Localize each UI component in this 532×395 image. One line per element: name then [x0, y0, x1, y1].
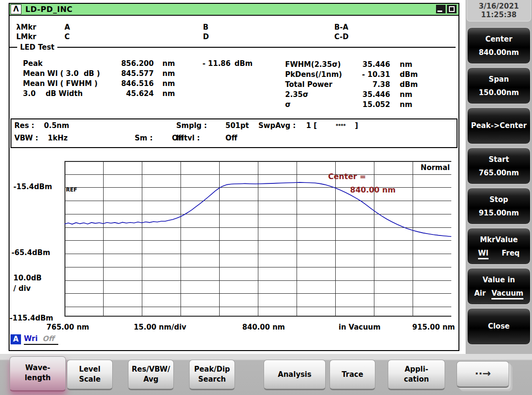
measurement-row-fwhm-2-35: FWHM(2.35σ)35.446nm [285, 60, 412, 70]
center-annotation-line1: Center = [328, 172, 366, 181]
menu-button-wave-length[interactable]: Wave-length [10, 356, 66, 392]
vbw-label: VBW : [14, 134, 38, 142]
restore-icon [449, 6, 455, 12]
measurement-unit: nm [390, 100, 412, 110]
softkey-label: Start [468, 155, 530, 164]
measurement-value: 45.624 [111, 89, 154, 99]
softkey-label: Span [468, 75, 530, 84]
separator-line [57, 47, 456, 48]
measurement-row-: σ15.052nm [285, 100, 412, 110]
marker-b-minus-a: B-A [334, 23, 348, 32]
measurement-unit: nm [154, 69, 181, 79]
menu-button-line1: Analysis [264, 370, 325, 379]
swpavg-bracket-close: ] [355, 121, 358, 130]
trace-a-badge: A [11, 334, 21, 344]
menu-button-appli-cation[interactable]: Appli-cation [388, 360, 445, 390]
softkey-peak-center[interactable]: Peak->Center [467, 107, 531, 144]
measurement-value: 35.446 [357, 60, 390, 70]
measurement-label: Mean Wl ( FWHM ) [23, 79, 111, 89]
softkey-label: MkrValue [468, 235, 530, 244]
measurement-label: σ [285, 100, 357, 110]
y-axis-scale-label-line2: / div [13, 284, 31, 293]
menu-button-line1: Level [67, 365, 112, 374]
restore-button[interactable] [447, 5, 457, 13]
menu-button-line1: Wave- [10, 363, 65, 372]
wavelength-marker-label: λMkr [16, 23, 36, 32]
bottom-menu-bar: Wave-lengthLevelScaleRes/VBW/AvgPeak/Dip… [0, 354, 532, 395]
softkey-label: Value in [468, 276, 530, 284]
measurement-row-2-35: 2.35σ35.446nm [285, 90, 412, 100]
screen: { "titlebar": { "logo": "Λ", "title": "L… [0, 0, 532, 395]
intvl-label: Intvl : [176, 134, 200, 142]
softkey-option-air[interactable]: Air [474, 289, 486, 299]
measurement-value: 846.516 [111, 79, 154, 89]
marker-c: C [64, 32, 70, 41]
measurement-unit: nm [390, 60, 412, 70]
measurement-unit: nm [154, 89, 181, 99]
sweep-settings-box: Res : 0.5nm Smplg : 501pt SwpAvg : 1 [ *… [11, 118, 458, 148]
y-axis-mid-label: -65.4dBm [11, 248, 50, 257]
minimize-button[interactable] [436, 5, 446, 13]
marker-c-minus-d: C-D [334, 32, 349, 41]
measurement-unit: nm [154, 59, 181, 69]
softkey-start[interactable]: Start765.00nm [467, 148, 531, 184]
softkey-option-wl[interactable]: Wl [478, 249, 489, 259]
softkey-panel: 3/16/2021 11:25:38 Center840.00nmSpan150… [466, 0, 532, 354]
menu-button-line2: cation [388, 375, 445, 384]
x-axis-per-div-label: 15.00 nm/div [134, 323, 186, 331]
softkey-close[interactable]: Close [467, 308, 531, 345]
softkey-value: 765.00nm [468, 169, 530, 177]
measurement-value: 15.052 [357, 100, 390, 110]
measurement-row-3-0-db-width: 3.0 dB Width45.624nm [23, 89, 181, 99]
menu-button-line2: Scale [67, 375, 112, 384]
trace-status: A Wri Off [11, 334, 58, 345]
measurement-value: 7.38 [357, 80, 390, 90]
menu-button-peak-dip-search[interactable]: Peak/DipSearch [189, 360, 235, 390]
instrument-window: Λ LD-PD_INC λMkr A B B-A LMkr C D C-D LE… [9, 3, 459, 351]
minimize-icon [437, 11, 442, 12]
softkey-stop[interactable]: Stop915.00nm [467, 188, 531, 224]
marker-d: D [203, 32, 209, 41]
menu-button-analysis[interactable]: Analysis [264, 360, 326, 390]
measurement-extra-unit: dBm [231, 59, 253, 69]
measurement-label: Mean Wl ( 3.0 dB ) [23, 69, 111, 79]
measurement-label: 2.35σ [285, 90, 357, 100]
x-axis-start-label: 765.00 nm [46, 323, 89, 331]
menu-button-line2: Avg [128, 375, 173, 384]
measurement-extra-value: - 11.86 [181, 59, 231, 69]
measurement-value: 35.446 [357, 90, 390, 100]
softkey-center[interactable]: Center840.00nm [467, 27, 531, 64]
sm-label: Sm : [135, 134, 153, 142]
ref-level-marker: REF [66, 187, 77, 193]
softkey-option-freq[interactable]: Freq [501, 249, 520, 259]
menu-button-level-scale[interactable]: LevelScale [67, 360, 113, 390]
time-text: 11:25:38 [467, 11, 531, 19]
softkey-mkrvalue[interactable]: MkrValueWlFreq [467, 228, 531, 265]
measurement-unit: dBm [390, 70, 418, 80]
softkey-value: 840.00nm [468, 48, 530, 57]
swpavg-label: SwpAvg : [258, 121, 296, 130]
x-axis-medium-label: in Vacuum [339, 323, 381, 331]
measurement-row-pkdens-1nm: PkDens(/1nm)- 10.31dBm [285, 70, 418, 80]
softkey-option-vacuum[interactable]: Vacuum [491, 289, 523, 299]
softkey-value-in[interactable]: Value inAirVacuum [467, 268, 531, 305]
measurement-unit: nm [154, 79, 181, 89]
res-label: Res : [14, 121, 34, 130]
softkey-span[interactable]: Span150.00nm [467, 67, 531, 104]
menu-button-res-vbw-avg[interactable]: Res/VBW/Avg [128, 360, 174, 390]
trace-off-state: Off [43, 334, 54, 343]
marker-b: B [203, 23, 208, 32]
intvl-value: Off [225, 134, 237, 142]
right-arrow-icon: ··→ [457, 368, 509, 379]
measurement-row-peak: Peak856.200nm- 11.86dBm [23, 59, 253, 69]
measurement-label: 3.0 dB Width [23, 89, 111, 99]
res-value: 0.5nm [44, 121, 69, 130]
anritsu-logo-icon: Λ [11, 4, 21, 14]
softkey-value: 915.00nm [468, 209, 530, 217]
menu-button-line1: Appli- [388, 365, 445, 374]
menu-button-trace[interactable]: Trace [330, 360, 375, 390]
measurement-label: Total Power [285, 80, 357, 90]
more-menu-arrow-button[interactable]: ··→ [457, 361, 509, 388]
x-axis-center-label: 840.00 nm [242, 323, 285, 331]
softkey-label: Center [468, 35, 530, 43]
